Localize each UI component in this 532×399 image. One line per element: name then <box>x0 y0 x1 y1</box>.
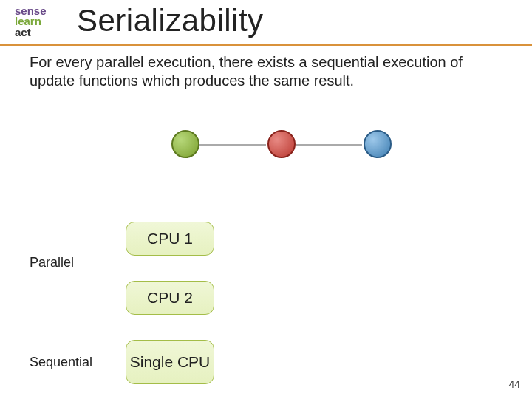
graph-node-blue <box>364 130 392 158</box>
graph-node-red <box>267 130 296 158</box>
slide-body: For every parallel execution, there exis… <box>30 53 502 90</box>
cpu2-box: CPU 2 <box>126 281 214 315</box>
cpu1-box: CPU 1 <box>126 222 214 256</box>
page-number: 44 <box>508 378 520 390</box>
graph-edge-2 <box>296 144 362 146</box>
logo: sense learn act <box>15 6 47 38</box>
logo-line-3: act <box>15 27 47 38</box>
graph-node-green <box>171 130 200 158</box>
slide-title: Serializability <box>77 3 264 38</box>
single-cpu-box: Single CPU <box>126 340 214 384</box>
title-underline <box>0 44 532 46</box>
label-sequential: Sequential <box>30 355 92 370</box>
label-parallel: Parallel <box>30 255 74 270</box>
graph-edge-1 <box>200 144 266 146</box>
